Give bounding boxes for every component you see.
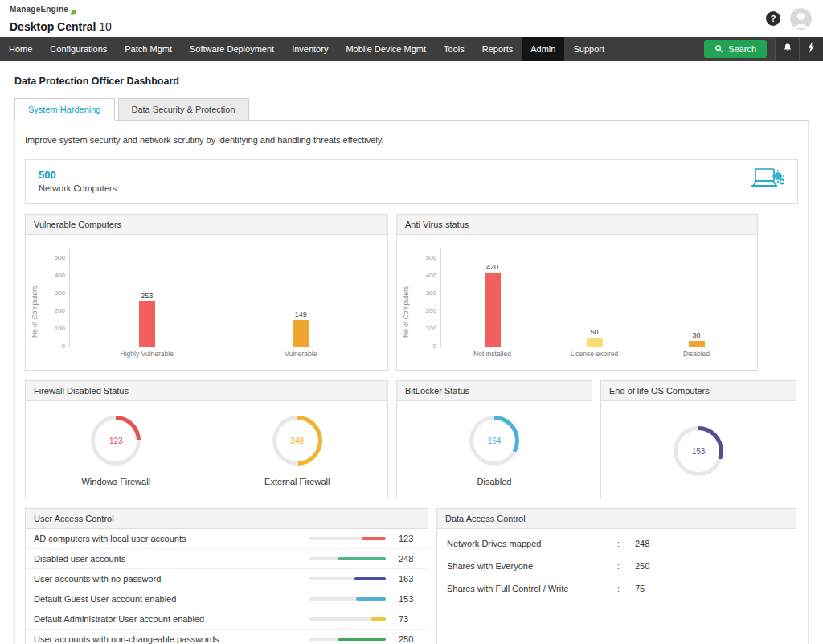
nav-item-support[interactable]: Support — [564, 37, 613, 61]
donut-label: Disabled — [477, 477, 512, 486]
network-computers-card: 500 Network Computers — [25, 159, 798, 204]
nav-item-reports[interactable]: Reports — [473, 37, 522, 61]
vulnerable-computers-card: Vulnerable Computers No of Computers0100… — [25, 214, 388, 371]
main-content: Data Protection Officer Dashboard System… — [0, 61, 823, 644]
bar-group-license-expired: 50License expired — [567, 248, 623, 347]
row-value: 73 — [399, 614, 420, 624]
bitlocker-gauge: 164Disabled — [397, 401, 592, 498]
help-icon[interactable]: ? — [766, 11, 780, 26]
row-bar-track — [309, 638, 386, 641]
nav-item-software-deployment[interactable]: Software Deployment — [181, 37, 283, 61]
bell-icon — [783, 42, 792, 56]
row-label: Default Guest User account enabled — [34, 594, 309, 604]
donut-value: 153 — [692, 447, 706, 456]
bar-category-label: License expired — [571, 350, 619, 358]
quick-actions-button[interactable] — [799, 37, 823, 61]
row-bar-fill — [356, 597, 386, 601]
y-axis-label: No of Computers — [402, 286, 410, 338]
y-axis: 0100200300400500 — [421, 248, 440, 347]
nav-item-admin[interactable]: Admin — [522, 37, 564, 61]
donut-label: External Firewall — [264, 477, 330, 486]
bar-highly-vulnerable[interactable] — [139, 301, 155, 347]
tab-system-hardening[interactable]: System Hardening — [14, 98, 115, 121]
data-access-rows: Network Drives mapped:248Shares with Eve… — [437, 529, 796, 644]
user-access-row-default-administrator-user-account-enabled: Default Administrator User account enabl… — [26, 609, 428, 630]
user-access-row-ad-computers-with-local-user-accounts: AD computers with local user accounts123 — [26, 529, 428, 549]
product-name: Desktop Central 10 — [10, 20, 112, 33]
row-bar-track — [309, 597, 386, 601]
data-access-row-network-drives-mapped: Network Drives mapped:248 — [437, 532, 796, 555]
nav-item-mobile-device-mgmt[interactable]: Mobile Device Mgmt — [337, 37, 435, 61]
donut-value: 123 — [109, 437, 123, 445]
top-header: ManageEngine Desktop Central 10 ? — [0, 0, 823, 37]
row-value: 250 — [635, 561, 649, 571]
user-avatar[interactable] — [790, 8, 812, 30]
bar-group-disabled: 30Disabled — [669, 248, 725, 347]
bar-license-expired[interactable] — [587, 338, 603, 347]
donut-value: 164 — [488, 437, 502, 445]
row-value: 248 — [399, 554, 420, 564]
donut-value: 248 — [290, 437, 304, 445]
tab-bar: System HardeningData Security & Protecti… — [14, 98, 809, 121]
bar-value-label: 420 — [486, 263, 498, 271]
user-access-row-default-guest-user-account-enabled: Default Guest User account enabled153 — [26, 589, 428, 609]
leaf-icon — [70, 5, 77, 19]
firewall-disabled-card: Firewall Disabled Status 123Windows Fire… — [25, 380, 388, 498]
search-button[interactable]: Search — [704, 40, 767, 58]
bar-category-label: Disabled — [683, 350, 710, 358]
row-label: Shares with Full Control / Write — [447, 584, 617, 593]
data-access-row-shares-with-everyone: Shares with Everyone:250 — [437, 555, 796, 577]
nav-item-configurations[interactable]: Configurations — [41, 37, 116, 61]
brand-name: ManageEngine — [10, 5, 68, 14]
y-axis-label: No of Computers — [31, 286, 39, 338]
user-access-row-user-accounts-with-non-changeable-passwords: User accounts with non-changeable passwo… — [26, 630, 428, 644]
bar-not-installed[interactable] — [485, 273, 501, 347]
network-computers-label: Network Computers — [39, 183, 117, 193]
brand-logo[interactable]: ManageEngine Desktop Central 10 — [10, 5, 112, 33]
donut-gauge[interactable]: 248 — [272, 416, 322, 466]
row-value: 123 — [399, 534, 420, 544]
nav-item-home[interactable]: Home — [0, 37, 41, 61]
gauge-end-of-life-os-computers: 153 — [601, 426, 796, 476]
row-label: Disabled user accounts — [34, 554, 309, 564]
data-access-row-shares-with-full-control-write: Shares with Full Control / Write:75 — [437, 577, 796, 600]
bar-vulnerable[interactable] — [293, 320, 309, 347]
card-title: Anti Virus status — [397, 215, 757, 235]
row-label: Default Administrator User account enabl… — [34, 614, 309, 624]
nav-item-patch-mgmt[interactable]: Patch Mgmt — [116, 37, 181, 61]
row-bar-track — [309, 617, 386, 621]
row-bar-track — [309, 577, 386, 580]
row-value: 75 — [635, 584, 645, 593]
bar-value-label: 50 — [590, 328, 598, 336]
user-access-row-user-accounts-with-no-password: User accounts with no password163 — [26, 569, 428, 589]
firewall-gauges: 123Windows Firewall248External Firewall — [26, 401, 387, 498]
eol-os-gauge: 153 — [601, 401, 796, 498]
row-label: User accounts with non-changeable passwo… — [34, 634, 309, 644]
plot-area: 253Highly Vulnerable149Vulnerable — [69, 248, 378, 347]
row-bar-track — [309, 557, 386, 560]
bar-disabled[interactable] — [689, 341, 705, 347]
nav-item-inventory[interactable]: Inventory — [283, 37, 337, 61]
row-bar-track — [309, 537, 386, 540]
card-title: Data Access Control — [437, 509, 796, 529]
row-value: 163 — [399, 574, 420, 584]
data-access-control-card: Data Access Control Network Drives mappe… — [436, 508, 796, 644]
nav-items: HomeConfigurationsPatch MgmtSoftware Dep… — [0, 37, 613, 61]
row-label: User accounts with no password — [34, 574, 309, 584]
bolt-icon — [808, 42, 816, 56]
row-separator: : — [617, 539, 635, 548]
tab-data-security-protection[interactable]: Data Security & Protection — [118, 98, 249, 121]
bar-chart: 0100200300400500253Highly Vulnerable149V… — [50, 248, 378, 347]
donut-gauge[interactable]: 123 — [91, 416, 141, 466]
donut-gauge[interactable]: 164 — [469, 416, 519, 466]
card-title: End of life OS Computers — [601, 381, 796, 401]
vulnerable-computers-chart: No of Computers0100200300400500253Highly… — [26, 235, 387, 370]
bar-group-vulnerable: 149Vulnerable — [272, 248, 329, 347]
nav-item-tools[interactable]: Tools — [435, 37, 473, 61]
gauge-windows-firewall: 123Windows Firewall — [26, 416, 207, 486]
y-axis: 0100200300400500 — [50, 248, 69, 347]
donut-label: Windows Firewall — [81, 477, 150, 486]
donut-gauge[interactable]: 153 — [674, 426, 723, 476]
notifications-button[interactable] — [775, 37, 799, 61]
row-value: 153 — [399, 594, 420, 604]
